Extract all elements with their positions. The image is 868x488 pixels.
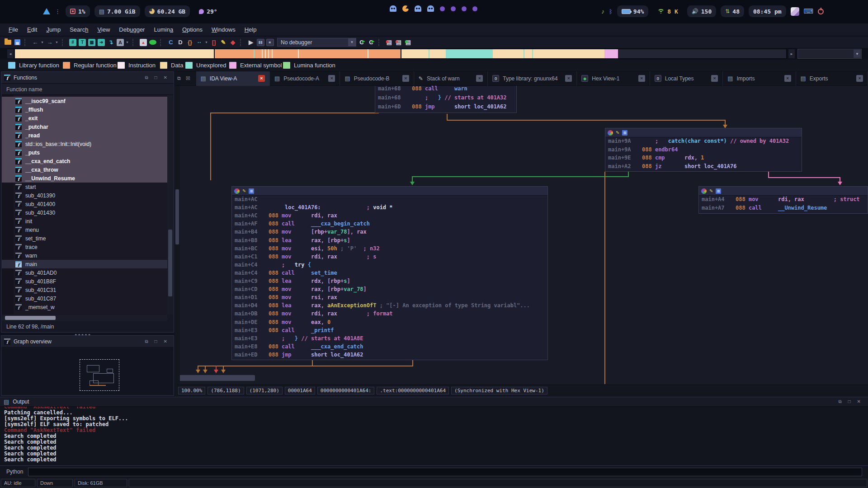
graph-vertical-scrollbar[interactable] bbox=[175, 86, 180, 384]
battery-widget[interactable]: 94% bbox=[617, 5, 648, 17]
navband-segment-3[interactable] bbox=[446, 49, 493, 58]
tab-close-icon[interactable]: ✕ bbox=[565, 75, 572, 82]
navband-segment-6[interactable] bbox=[618, 49, 786, 58]
functions-vertical-scrollbar[interactable] bbox=[167, 95, 173, 314]
graph-horizontal-scrollbar[interactable] bbox=[178, 375, 255, 381]
node-header[interactable]: ✎▥ bbox=[699, 187, 868, 196]
colors-dropdown[interactable]: ▼ bbox=[126, 41, 129, 44]
step-into-button[interactable]: C▶ bbox=[358, 38, 366, 47]
graph-canvas[interactable]: main+68088 call warnmain+68 ; } // start… bbox=[175, 86, 868, 384]
edit-pencil-icon[interactable]: ✎ bbox=[616, 130, 619, 135]
menu-view[interactable]: View bbox=[93, 24, 114, 35]
node-unwind[interactable]: ✎▥main+A4088 mov rdi, rax ; structmain+A… bbox=[698, 186, 868, 214]
power-icon[interactable] bbox=[818, 9, 824, 14]
weather-widget[interactable]: 29° bbox=[194, 5, 222, 17]
patch-bytes-button[interactable]: [] bbox=[210, 38, 218, 47]
color-wheel-icon[interactable] bbox=[608, 130, 613, 136]
function-list-button[interactable]: ▤ bbox=[404, 38, 412, 47]
function-row-warn[interactable]: fwarn bbox=[2, 251, 167, 260]
navigate-forward-dropdown[interactable]: ▼ bbox=[55, 41, 59, 44]
tab-local-types[interactable]: 0Local Types✕ bbox=[650, 71, 723, 86]
navband-segment-4[interactable] bbox=[493, 49, 604, 58]
node-header[interactable]: ✎▥ bbox=[605, 128, 802, 137]
function-row-sub_401400[interactable]: fsub_401400 bbox=[2, 200, 167, 208]
menu-file[interactable]: File bbox=[5, 24, 22, 35]
tab-close-icon[interactable]: ✕ bbox=[711, 75, 718, 82]
tab-exports[interactable]: ▤Exports✕ bbox=[796, 71, 868, 86]
close-icon[interactable]: ✕ bbox=[857, 399, 861, 404]
workspace-1-ghost-icon[interactable] bbox=[390, 5, 396, 12]
debugger-select[interactable]: No debugger▼ bbox=[277, 38, 356, 47]
set-colors-button[interactable]: A bbox=[116, 38, 124, 47]
edit-pencil-icon[interactable]: ✎ bbox=[242, 188, 246, 193]
tab-imports[interactable]: ▤Imports✕ bbox=[723, 71, 796, 86]
workspace-2-pacman-icon[interactable] bbox=[402, 5, 409, 12]
color-wheel-icon[interactable] bbox=[701, 188, 707, 194]
arch-linux-logo[interactable] bbox=[43, 8, 50, 14]
node-header[interactable]: ✎▥ bbox=[232, 187, 547, 196]
function-row-_puts[interactable]: f_puts bbox=[2, 148, 167, 157]
clock-widget[interactable]: 08:45 pm bbox=[749, 5, 786, 17]
chart-icon[interactable]: ▥ bbox=[622, 130, 627, 136]
ram-widget[interactable]: ▤ 7.00 GiB bbox=[94, 5, 140, 17]
disk-widget[interactable]: 60.24 GB bbox=[145, 5, 190, 17]
function-row-__cxa_end_catch[interactable]: f__cxa_end_catch bbox=[2, 157, 167, 165]
tab-close-icon[interactable]: ✕ bbox=[476, 75, 483, 82]
function-row-sub_401390[interactable]: fsub_401390 bbox=[2, 191, 167, 200]
maximize-icon[interactable]: □ bbox=[155, 75, 157, 80]
navigate-back-button[interactable]: ← bbox=[31, 38, 39, 47]
function-row-_exit[interactable]: f_exit bbox=[2, 114, 167, 122]
menu-jump[interactable]: Jump bbox=[42, 24, 65, 35]
function-row-sub_401C31[interactable]: fsub_401C31 bbox=[2, 286, 167, 294]
volume-widget[interactable]: 🔊 150 bbox=[687, 5, 716, 17]
function-row-_read[interactable]: f_read bbox=[2, 131, 167, 140]
edit-pencil-icon[interactable]: ✎ bbox=[709, 188, 713, 193]
cpu-widget[interactable]: 1% bbox=[66, 5, 90, 17]
tab-stack-of-warn[interactable]: ✎Stack of warn✕ bbox=[414, 71, 488, 86]
create-data-button[interactable]: D bbox=[176, 38, 184, 47]
function-row-sub_401B8F[interactable]: fsub_401B8F bbox=[2, 277, 167, 286]
breakpoint-button[interactable]: ◆ bbox=[229, 38, 237, 47]
create-struct-button[interactable]: {} bbox=[186, 38, 194, 47]
navband-strip[interactable] bbox=[14, 49, 787, 59]
mdi-close-icon[interactable]: ☒ bbox=[184, 75, 193, 81]
tab-close-icon[interactable]: ✕ bbox=[328, 75, 335, 82]
workspace-3-ghost-icon[interactable] bbox=[415, 5, 421, 12]
node-main68[interactable]: main+68088 call warnmain+68 ; } // start… bbox=[375, 86, 517, 113]
function-row-main[interactable]: fmain bbox=[2, 260, 167, 268]
tab-hex-view-1[interactable]: ◆Hex View-1✕ bbox=[577, 71, 650, 86]
maximize-icon[interactable]: □ bbox=[155, 339, 157, 344]
function-row-_putchar[interactable]: f_putchar bbox=[2, 122, 167, 131]
segment-list-button[interactable]: ▤ bbox=[395, 38, 403, 47]
music-icon[interactable]: ♪ bbox=[601, 8, 604, 15]
functions-horizontal-scrollbar[interactable] bbox=[2, 315, 167, 321]
restore-icon[interactable]: ⧉ bbox=[838, 399, 841, 404]
function-row-sub_401430[interactable]: fsub_401430 bbox=[2, 208, 167, 217]
restore-icon[interactable]: ⧉ bbox=[145, 339, 148, 344]
output-log[interactable]: Command "AskNextText" failedPatching can… bbox=[4, 407, 866, 465]
chart-icon[interactable]: ▥ bbox=[249, 188, 254, 194]
tab-close-icon[interactable]: ✕ bbox=[856, 75, 863, 82]
open-file-button[interactable] bbox=[4, 38, 12, 47]
start-process-button[interactable]: ▶ bbox=[247, 38, 255, 47]
graph-overview-header[interactable]: f Graph overview ⧉ □ ✕ bbox=[1, 336, 174, 347]
python-input[interactable] bbox=[28, 468, 862, 476]
menu-help[interactable]: Help bbox=[241, 24, 261, 35]
step-over-button[interactable]: C▶ bbox=[367, 38, 375, 47]
menu-windows[interactable]: Windows bbox=[208, 24, 240, 35]
graph-minimap[interactable] bbox=[2, 348, 173, 395]
function-row-trace[interactable]: ftrace bbox=[2, 243, 167, 251]
navband-segment-5[interactable] bbox=[604, 49, 618, 58]
navband-left-arrow[interactable]: ◂ bbox=[7, 49, 14, 58]
function-row-init[interactable]: finit bbox=[2, 217, 167, 225]
functions-panel-header[interactable]: f Functions ⧉ □ ✕ bbox=[1, 72, 174, 84]
minimap-viewport[interactable] bbox=[80, 359, 119, 391]
reanalyze-button[interactable] bbox=[149, 38, 157, 47]
workspace-7-dot-icon[interactable] bbox=[462, 6, 467, 11]
navband-segment-1[interactable] bbox=[214, 49, 401, 58]
close-icon[interactable]: ✕ bbox=[164, 339, 167, 344]
proximity-view-button[interactable]: ➜ bbox=[97, 38, 105, 47]
keyboard-icon[interactable]: ⌨ bbox=[804, 7, 814, 15]
bluetooth-icon[interactable]: ᛒ bbox=[609, 8, 613, 15]
more-commands-button[interactable]: ·· bbox=[195, 38, 203, 47]
